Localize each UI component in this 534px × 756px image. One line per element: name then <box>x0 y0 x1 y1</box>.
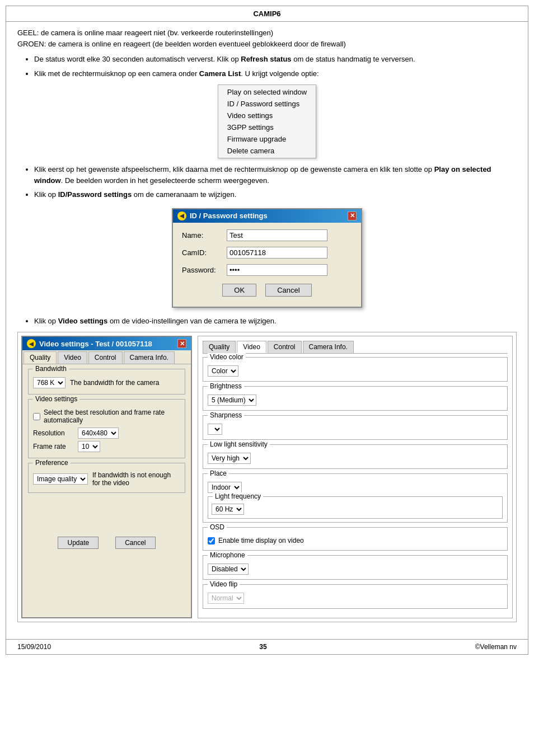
vs-bandwidth-row: 768 K The bandwidth for the camera <box>33 377 180 388</box>
vs-tab-quality[interactable]: Quality <box>24 351 57 364</box>
osd-checkbox[interactable] <box>208 537 215 544</box>
cancel-button[interactable]: Cancel <box>265 284 311 297</box>
vs-video-settings-section: Video settings Select the best resolutio… <box>28 399 185 458</box>
intro-line2: GROEN: de camera is online en reageert (… <box>17 39 517 50</box>
bullet-item-5: Klik op Video settings om de video-inste… <box>34 316 517 327</box>
rp-color-row: Color <box>208 365 503 377</box>
vs-cancel-button[interactable]: Cancel <box>115 537 155 549</box>
page-footer: 15/09/2010 35 ©Velleman nv <box>6 639 528 654</box>
rp-lightfreq-section: Light frequency 60 Hz <box>208 496 503 519</box>
rp-lowlight-row: Very high <box>208 453 503 464</box>
rp-osd-section: OSD Enable time display on video <box>203 527 508 551</box>
rp-tab-video[interactable]: Video <box>237 341 266 353</box>
bullet-list-3: Klik op Video settings om de video-inste… <box>34 316 517 327</box>
lowlight-select[interactable]: Very high <box>208 453 251 464</box>
resolution-select[interactable]: 640x480 <box>78 428 119 439</box>
preference-desc: If bandwidth is not enough for the video <box>92 471 180 487</box>
rp-sharpness-section: Sharpness <box>203 415 508 440</box>
vs-tabs: Quality Video Control Camera Info. <box>22 350 191 364</box>
microphone-select[interactable]: Disabled <box>208 564 249 575</box>
place-select[interactable]: Indoor <box>208 482 242 493</box>
rp-microphone-title: Microphone <box>208 551 247 559</box>
auto-select-checkbox[interactable] <box>33 413 40 420</box>
context-menu-item-3gpp[interactable]: 3GPP settings <box>218 121 316 133</box>
sharpness-select[interactable] <box>208 424 222 435</box>
vs-resolution-row: Resolution 640x480 <box>33 428 180 439</box>
lightfreq-select[interactable]: 60 Hz <box>212 504 244 515</box>
rp-microphone-section: Microphone Disabled <box>203 555 508 580</box>
context-menu-item-play[interactable]: Play on selected window <box>218 86 316 98</box>
vs-tab-camera-info[interactable]: Camera Info. <box>124 351 175 364</box>
dialog-close-button[interactable]: ✕ <box>348 212 357 220</box>
rp-tab-quality[interactable]: Quality <box>203 341 236 353</box>
footer-copyright: ©Velleman nv <box>475 643 517 651</box>
videoflip-select[interactable]: Normal <box>208 593 244 604</box>
vs-dialog-icon: ◀ <box>27 339 36 348</box>
context-menu-item-firmware[interactable]: Firmware upgrade <box>218 133 316 145</box>
vs-bandwidth-title: Bandwidth <box>33 365 69 373</box>
rp-place-title: Place <box>208 469 229 477</box>
rp-place-row: Indoor <box>208 482 503 493</box>
rp-brightness-row: 5 (Medium) <box>208 395 503 406</box>
rp-sharpness-row <box>208 424 503 435</box>
rp-lightfreq-title: Light frequency <box>213 492 263 500</box>
video-settings-left-panel: ◀ Video settings - Test / 001057118 ✕ Qu… <box>21 336 192 618</box>
footer-date: 15/09/2010 <box>17 643 51 651</box>
vs-title-text: Video settings - Test / 001057118 <box>39 340 152 348</box>
vs-tab-video[interactable]: Video <box>58 351 87 364</box>
ok-button[interactable]: OK <box>222 284 256 297</box>
resolution-label: Resolution <box>33 429 78 437</box>
rp-tab-camera-info[interactable]: Camera Info. <box>303 341 354 353</box>
rp-osd-title: OSD <box>208 523 227 531</box>
bandwidth-select[interactable]: 768 K <box>33 377 65 388</box>
rp-lowlight-section: Low light sensitivity Very high <box>203 444 508 469</box>
dialog-titlebar: ◀ ID / Password settings ✕ <box>173 209 361 223</box>
vs-tab-control[interactable]: Control <box>88 351 123 364</box>
context-menu-item-id[interactable]: ID / Password settings <box>218 98 316 110</box>
framerate-label: Frame rate <box>33 443 78 450</box>
rp-video-color-title: Video color <box>208 353 246 361</box>
framerate-select[interactable]: 10 <box>78 441 100 452</box>
color-select[interactable]: Color <box>208 365 238 377</box>
rp-tabs: Quality Video Control Camera Info. <box>203 341 508 354</box>
rp-place-section: Place Indoor Light frequency 60 Hz <box>203 473 508 523</box>
rp-tab-control[interactable]: Control <box>268 341 302 353</box>
bullet-item-2: Klik met de rechtermuisknop op een camer… <box>34 68 517 79</box>
context-menu-item-delete[interactable]: Delete camera <box>218 145 316 157</box>
password-input[interactable] <box>227 264 327 276</box>
brightness-select[interactable]: 5 (Medium) <box>208 395 256 406</box>
bullet-list-2: Klik eerst op het gewenste afspeelscherm… <box>34 164 517 200</box>
vs-update-button[interactable]: Update <box>58 537 99 549</box>
vs-preference-section: Preference Image quality If bandwidth is… <box>28 463 185 493</box>
dialog-buttons: OK Cancel <box>182 284 352 297</box>
intro-line1: GEEL: de camera is online maar reageert … <box>17 27 517 39</box>
name-input[interactable] <box>227 229 327 241</box>
bullet-item-1: De status wordt elke 30 seconden automat… <box>34 54 517 65</box>
vs-buttons: Update Cancel <box>28 537 185 551</box>
camid-input[interactable] <box>227 247 327 259</box>
rp-video-color-section: Video color Color <box>203 357 508 382</box>
id-password-dialog-wrapper: ◀ ID / Password settings ✕ Name: CamID: <box>17 208 517 308</box>
dialog-camid-row: CamID: <box>182 247 352 259</box>
vs-body: Bandwidth 768 K The bandwidth for the ca… <box>22 364 191 556</box>
context-menu-item-video[interactable]: Video settings <box>218 110 316 121</box>
auto-select-label: Select the best resolution and frame rat… <box>44 408 180 424</box>
bullet-list-1: De status wordt elke 30 seconden automat… <box>34 54 517 79</box>
rp-lightfreq-row: 60 Hz <box>212 504 499 515</box>
osd-label: Enable time display on video <box>218 537 304 544</box>
bullet-item-3: Klik eerst op het gewenste afspeelscherm… <box>34 164 517 186</box>
rp-videoflip-row: Normal <box>208 593 503 604</box>
vs-bandwidth-section: Bandwidth 768 K The bandwidth for the ca… <box>28 369 185 395</box>
vs-preference-row: Image quality If bandwidth is not enough… <box>33 471 180 487</box>
rp-osd-row: Enable time display on video <box>208 537 503 544</box>
vs-titlebar-left: ◀ Video settings - Test / 001057118 <box>27 339 152 348</box>
rp-brightness-title: Brightness <box>208 382 244 390</box>
vs-close-button[interactable]: ✕ <box>177 339 186 348</box>
dialog-titlebar-left: ◀ ID / Password settings <box>177 212 268 220</box>
dialog-password-row: Password: <box>182 264 352 276</box>
dialog-body: Name: CamID: Password: OK Cancel <box>173 223 361 307</box>
preference-select[interactable]: Image quality <box>33 473 88 485</box>
vs-preference-title: Preference <box>33 459 71 467</box>
context-menu-wrapper: Play on selected window ID / Password se… <box>17 84 517 158</box>
video-settings-area: ◀ Video settings - Test / 001057118 ✕ Qu… <box>17 332 517 622</box>
